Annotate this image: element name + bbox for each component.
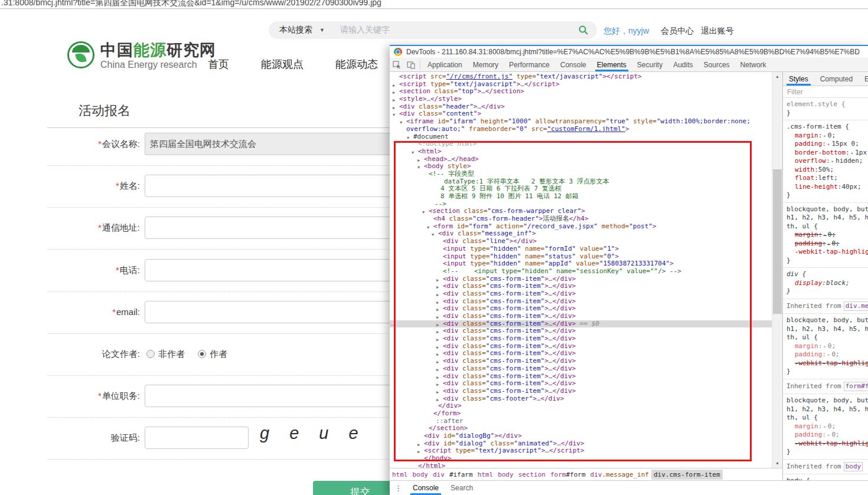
field-label: *电话:: [47, 249, 140, 291]
breadcrumb-item[interactable]: form#form: [548, 470, 588, 480]
breadcrumb-item[interactable]: body: [495, 470, 516, 480]
tab-performance[interactable]: Performance: [504, 58, 555, 71]
field-label: *会议名称:: [47, 123, 140, 165]
tab-network[interactable]: Network: [735, 58, 772, 71]
css-rule[interactable]: blockquote, body, butth1, h2, h3, h4, h5…: [783, 314, 868, 379]
browser-divider: [0, 8, 868, 9]
inspect-element-icon[interactable]: [390, 58, 404, 71]
css-rule[interactable]: blockquote, body, butth1, h2, h3, h4, h5…: [783, 394, 868, 460]
form-input-姓名[interactable]: [145, 175, 399, 197]
drawer-tab-search[interactable]: Search: [445, 481, 479, 495]
sidebar-tab-computed[interactable]: Computed: [814, 72, 859, 86]
form-input-会议名称[interactable]: 第四届全国电网技术交流会: [145, 133, 399, 155]
radio-label: 非作者: [158, 349, 185, 360]
styles-sections: element.style {}.cms-form-item {margin:▸…: [783, 98, 868, 480]
form-input-单位职务[interactable]: [145, 385, 399, 407]
chrome-icon: [394, 48, 402, 56]
css-rule[interactable]: .cms-form-item {margin:▸0;padding:▸15px …: [783, 120, 868, 203]
inherited-node-link[interactable]: div.messa: [844, 301, 868, 312]
nav-item-首页[interactable]: 首页: [208, 57, 229, 71]
css-rule[interactable]: body {line-height:24px;font:▸14px Helvet…: [783, 474, 868, 480]
tab-console[interactable]: Console: [555, 58, 592, 71]
radio-非作者[interactable]: [146, 350, 155, 358]
breadcrumb-item[interactable]: html: [390, 470, 410, 480]
chevron-down-icon[interactable]: ▼: [319, 27, 325, 33]
css-rule[interactable]: element.style {}: [783, 98, 868, 120]
devtools-window: DevTools - 211.160.84.31:8008/bmcj.jhtml…: [390, 45, 868, 495]
css-rule[interactable]: blockquote, body, butth1, h2, h3, h4, h5…: [783, 203, 868, 268]
tab-elements[interactable]: Elements: [592, 58, 632, 71]
inherited-from-bar: Inherited fromform#form: [783, 379, 868, 395]
search-input[interactable]: 请输入关键字: [340, 25, 578, 35]
drawer-tab-console[interactable]: Console: [407, 481, 445, 495]
breadcrumb-item[interactable]: section: [516, 470, 548, 480]
dom-tree-node[interactable]: 8 单选框 9 附件 10 图片 11 电话 12 邮箱: [390, 193, 772, 201]
device-toolbar-icon[interactable]: [404, 58, 418, 71]
radio-group: 非作者作者: [146, 333, 240, 375]
site-logo[interactable]: 中国能源研究网 China Energy research: [67, 41, 216, 70]
form-row: *通信地址:: [47, 206, 402, 250]
form-row: *会议名称:第四届全国电网技术交流会: [47, 123, 402, 166]
sidebar-tabs: StylesComputedEv: [783, 72, 868, 86]
toolbar-separator: [420, 60, 420, 70]
breadcrumb-item[interactable]: #ifarm: [447, 470, 475, 480]
search-scope-select[interactable]: 本站搜索: [279, 25, 312, 35]
dom-tree-node[interactable]: </html>: [390, 463, 772, 468]
form-row: 论文作者:非作者作者: [47, 333, 402, 376]
inherited-node-link[interactable]: form#form: [844, 382, 868, 392]
site-search-bar[interactable]: 本站搜索 ▼ 请输入关键字: [269, 21, 597, 39]
inherited-node-link[interactable]: body: [844, 462, 863, 472]
logo-leaf-icon: [67, 41, 94, 68]
elements-scrollbar[interactable]: ▲ ▼: [772, 72, 782, 468]
form-row: 验证码:g e u e: [47, 417, 402, 460]
tab-memory[interactable]: Memory: [468, 58, 504, 71]
styles-sidebar: StylesComputedEv Filter element.style {}…: [782, 72, 868, 480]
scroll-up-icon[interactable]: ▲: [772, 72, 782, 81]
tab-audits[interactable]: Audits: [668, 58, 698, 71]
sidebar-tab-styles[interactable]: Styles: [783, 72, 814, 86]
breadcrumb-item[interactable]: div.message_inf: [588, 470, 651, 480]
devtools-title-text: DevTools - 211.160.84.31:8008/bmcj.jhtml…: [406, 48, 860, 56]
devtools-tabbar: ApplicationMemoryPerformanceConsoleEleme…: [390, 58, 868, 72]
styles-filter-input[interactable]: Filter: [783, 86, 868, 98]
browser-url-text: .31:8008/bmcj.jhtml?title=第四届全国电网技术交流会&i…: [1, 0, 381, 8]
dom-tree-node[interactable]: <!doctype html>: [390, 140, 772, 148]
field-label: 论文作者:: [47, 333, 140, 375]
radio-作者[interactable]: [198, 350, 206, 358]
nav-item-能源动态[interactable]: 能源动态: [335, 57, 378, 71]
field-label: *姓名:: [47, 165, 140, 207]
logo-text: 中国能源研究网 China Energy research: [100, 41, 216, 70]
scroll-down-icon[interactable]: ▼: [772, 459, 782, 468]
logout-link[interactable]: 退出账号: [701, 26, 734, 35]
breadcrumb-item[interactable]: html: [475, 470, 496, 480]
tab-application[interactable]: Application: [422, 58, 468, 71]
nav-item-能源观点[interactable]: 能源观点: [261, 57, 304, 71]
devtools-titlebar[interactable]: DevTools - 211.160.84.31:8008/bmcj.jhtml…: [390, 46, 868, 58]
drawer-tabs: ConsoleSearch: [407, 481, 479, 495]
form-input-email[interactable]: [145, 301, 399, 323]
scrollbar-thumb[interactable]: [773, 169, 782, 314]
css-rule[interactable]: div {display:block;}: [783, 268, 868, 299]
dom-tree-node[interactable]: </body>: [390, 455, 772, 463]
user-bar: 您好，nyyjw 会员中心 退出账号: [603, 26, 734, 37]
breadcrumb-item[interactable]: div.cms-form-item: [651, 470, 723, 480]
breadcrumb-item[interactable]: body: [410, 470, 431, 480]
breadcrumb-item[interactable]: div: [430, 470, 447, 480]
inherited-from-bar: Inherited frombody: [783, 460, 868, 475]
tab-sources[interactable]: Sources: [699, 58, 735, 71]
form-row: *email:: [47, 291, 402, 334]
captcha-input[interactable]: [145, 427, 249, 449]
search-icon[interactable]: [578, 25, 589, 35]
tab-security[interactable]: Security: [632, 58, 668, 71]
node-menu-icon[interactable]: …: [391, 320, 395, 328]
page-title: 活动报名: [79, 102, 130, 120]
member-center-link[interactable]: 会员中心: [661, 26, 694, 35]
sidebar-tab-ev[interactable]: Ev: [859, 72, 868, 86]
kebab-menu-icon[interactable]: ⋮: [390, 484, 407, 493]
form-input-通信地址[interactable]: [145, 217, 399, 239]
form-row: *单位职务:: [47, 375, 402, 418]
dom-breadcrumbs: htmlbodydiv#ifarmhtmlbodysectionform#for…: [390, 468, 782, 480]
form-input-电话[interactable]: [145, 259, 399, 281]
dom-tree: <script src="/r/cms/front.js" type="text…: [390, 73, 772, 468]
logo-subtitle: China Energy research: [100, 60, 216, 70]
